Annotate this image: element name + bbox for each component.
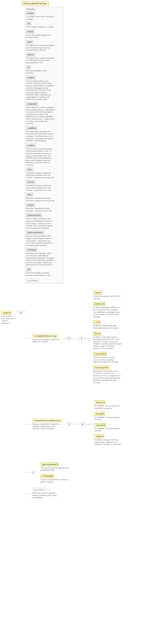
attribute-item: typeuriThe type of the concept assigned … [26, 53, 62, 64]
def-child-item: hierarchyInfoRepresents the position of … [93, 366, 122, 384]
root-desc: The location from which the content orig… [1, 315, 14, 324]
attr-desc: A qualified code which identifies a conc… [26, 16, 55, 20]
attr-desc: If the attribute is empty, specifies whi… [26, 106, 55, 125]
rel-child-item: narrowerAn identifier of a more specific… [94, 423, 123, 432]
any-other-attr: any ##other [26, 279, 40, 282]
attr-desc: The type of the concept assigned as cont… [26, 57, 55, 64]
element-desc: A natural language definition of the sem… [93, 306, 122, 318]
root-element[interactable]: located [1, 311, 12, 315]
geo-desc: A group of properties specific to a geop… [40, 467, 69, 471]
def-group-desc: A group of properties required to define… [32, 338, 61, 343]
attribute-item: typeThe type of the concept assigned as … [26, 40, 62, 51]
def-sequence-icon: ⊟ [66, 337, 72, 340]
element-name[interactable]: name [93, 291, 102, 294]
attr-desc: Specifies the language of this property … [26, 252, 55, 266]
type-name: FlexLocationPropType [22, 1, 49, 6]
attr-desc: The date (and, optionally, the time) whe… [26, 130, 55, 142]
ext-desc: Extension point for provider-defined pro… [32, 492, 61, 499]
attr-desc: The local identifier of the property. [26, 70, 55, 74]
element-remoteInfo[interactable]: remoteInfo [93, 352, 107, 356]
attribute-item: idThe local identifier of the property. [26, 66, 62, 74]
geo-area-details[interactable]: geoAreaDetails [40, 462, 59, 466]
attr-name[interactable]: xml:lang [26, 248, 37, 252]
def-child-item: remoteInfoA link to an item or a web res… [93, 352, 122, 363]
concept-relationships-group[interactable]: ConceptRelationshipsGroup [32, 419, 62, 422]
attr-name[interactable]: modified [26, 126, 37, 130]
rel-choice-icon: ⊞ [80, 422, 86, 426]
poi-details[interactable]: POIDetails [40, 474, 54, 478]
attr-desc: Indicates by which means the value was e… [26, 172, 55, 179]
attribute-item: whyWhy the metadata has been included - … [26, 193, 62, 202]
element-hierarchyInfo[interactable]: hierarchyInfo [93, 366, 109, 370]
attr-name[interactable]: pubconstraint [26, 214, 42, 217]
attr-name[interactable]: dir [26, 268, 32, 271]
def-child-item: nameA natural language name for the conc… [93, 291, 122, 300]
attr-name[interactable]: how [26, 168, 33, 172]
attribute-item: howIndicates by which means the value wa… [26, 168, 62, 179]
concept-relationships-row: ConceptRelationshipsGroup A group of pro… [25, 400, 166, 448]
rel-group-desc: A group of properties required to indica… [32, 423, 61, 430]
attr-desc: If the property value is not defined, sp… [26, 80, 55, 100]
attr-name[interactable]: literal [26, 30, 34, 34]
def-child-item: definitionA natural language definition … [93, 302, 122, 318]
poi-desc: A group of properties specific to a poin… [40, 478, 69, 483]
element-desc: In NAR 1.8 and later, facet is deprecate… [93, 336, 122, 350]
attribute-item: whyuriWhy the metadata has been included… [26, 203, 62, 212]
attr-name[interactable]: whyuri [26, 203, 35, 207]
attr-desc: The type of the concept assigned as cont… [26, 44, 55, 51]
element-related[interactable]: related [94, 434, 104, 438]
rel-card: 0..∞ [86, 423, 90, 425]
element-desc: A related concept, where the relationshi… [94, 439, 123, 446]
extension-row: any ##other 0..∞ Extension point for pro… [25, 488, 166, 499]
attribute-item: literalA free-text value assigned as pro… [26, 30, 62, 38]
rel-children-list: sameAsAn identifier of a concept with eq… [94, 400, 123, 448]
attr-name[interactable]: custom [26, 144, 36, 147]
attr-name[interactable]: creatoruri [26, 102, 38, 106]
element-narrower[interactable]: narrower [94, 423, 106, 427]
attribute-item: uriA URI which identifies a concept. [26, 22, 62, 28]
rel-child-item: broaderAn identifier of a more generic c… [94, 412, 123, 421]
element-desc: An identifier of a more generic concept. [94, 416, 123, 421]
element-desc: A natural language name for the concept. [93, 295, 122, 300]
rel-child-item: relatedA related concept, where the rela… [94, 434, 123, 446]
attribute-item: qcodeA qualified code which identifies a… [26, 11, 62, 20]
def-children-list: nameA natural language name for the conc… [93, 291, 122, 386]
attr-name[interactable]: pubconstrainturi [26, 231, 44, 234]
ext-card: 0..∞ [47, 488, 50, 491]
attributes-label: attributes [26, 8, 62, 10]
attribute-item: howuriIndicates by which means the value… [26, 180, 62, 191]
geo-poi-choice-icon [32, 471, 37, 475]
element-desc: A link to an item or a web resource whic… [93, 356, 122, 363]
attr-name[interactable]: uri [26, 22, 32, 26]
rel-sequence-icon: ⊟ [67, 422, 72, 426]
attribute-item: pubconstraintOne or many constraints tha… [26, 214, 62, 229]
element-sameAs[interactable]: sameAs [94, 400, 106, 404]
geo-poi-row: geoAreaDetails A group of properties spe… [25, 462, 166, 483]
attr-desc: Indicates by which means the value was e… [26, 184, 55, 191]
attr-desc: Why the metadata has been included - exp… [26, 208, 55, 212]
attr-name[interactable]: howuri [26, 180, 36, 184]
attributes-list: qcodeA qualified code which identifies a… [26, 11, 62, 276]
attr-name[interactable]: type [26, 40, 33, 44]
element-facet[interactable]: facet [93, 332, 102, 336]
extension-any: any ##other [32, 488, 46, 492]
element-note[interactable]: note [93, 320, 101, 324]
concept-definition-group[interactable]: ConceptDefinitionGroup [32, 334, 58, 338]
def-child-item: noteAdditional natural language informat… [93, 320, 122, 329]
attr-desc: The directionality of textual content (e… [26, 272, 55, 276]
attribute-item: creatorIf the property value is not defi… [26, 76, 62, 100]
attr-desc: A free-text value assigned as property v… [26, 34, 55, 38]
attr-name[interactable]: qcode [26, 11, 35, 15]
attr-name[interactable]: why [26, 193, 33, 196]
attr-desc: If set to true the corresponding propert… [26, 148, 55, 166]
attribute-item: customIf set to true the corresponding p… [26, 144, 62, 166]
attr-desc: One or many constraints that apply to pu… [26, 235, 55, 246]
attr-name[interactable]: creator [26, 76, 36, 80]
concept-definition-row: ConceptDefinitionGroup A group of proper… [25, 291, 166, 386]
attr-name[interactable]: typeuri [26, 53, 36, 56]
attribute-item: creatoruriIf the attribute is empty, spe… [26, 102, 62, 125]
element-broader[interactable]: broader [94, 412, 105, 416]
element-definition[interactable]: definition [93, 302, 105, 306]
rel-child-item: sameAsAn identifier of a concept with eq… [94, 400, 123, 409]
attr-name[interactable]: id [26, 66, 31, 69]
